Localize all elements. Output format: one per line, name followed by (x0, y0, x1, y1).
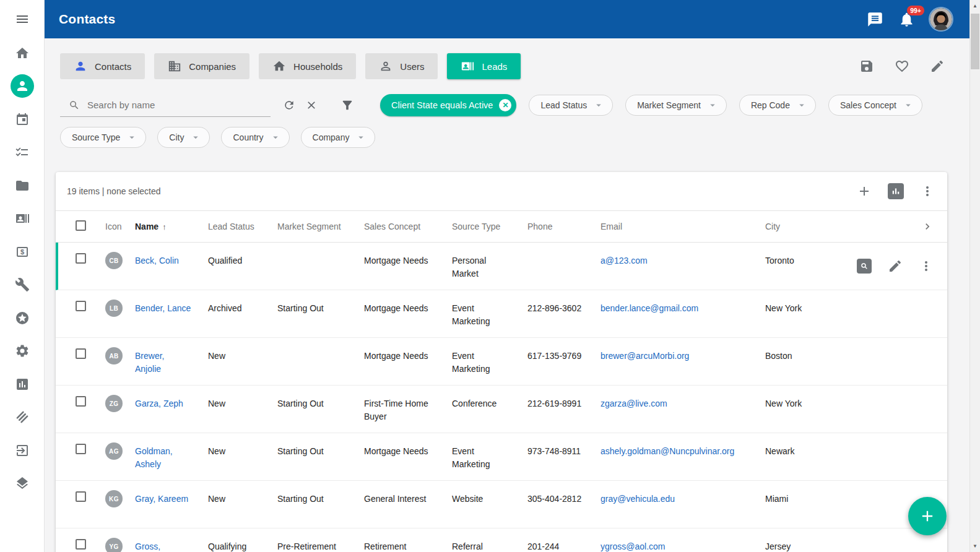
chart-view-icon[interactable] (888, 183, 904, 199)
column-header-icon[interactable]: Icon (100, 222, 135, 231)
column-header-email[interactable]: Email (601, 222, 765, 231)
contact-name-link[interactable]: Bender, Lance (135, 303, 191, 313)
preview-icon[interactable] (857, 259, 872, 274)
row-checkbox[interactable] (76, 539, 86, 550)
refresh-icon[interactable] (283, 99, 295, 111)
notifications-bell-icon[interactable]: 99+ (898, 11, 915, 28)
scroll-down-arrow-icon[interactable]: ▼ (970, 541, 980, 551)
add-contact-fab[interactable] (908, 497, 947, 535)
city-cell: Miami (765, 481, 841, 528)
contact-name-link[interactable]: Goldman, Ashely (135, 446, 173, 469)
email-link[interactable]: zgarza@live.com (601, 399, 667, 408)
row-checkbox[interactable] (76, 396, 86, 407)
sidebar-item-calendar[interactable] (7, 103, 37, 136)
filter-chips-row2: Source Type City Country Company (60, 127, 375, 148)
row-checkbox[interactable] (76, 444, 86, 454)
filter-chip-sales-concept[interactable]: Sales Concept (828, 95, 922, 116)
vertical-scrollbar[interactable]: ▲ ▼ (969, 0, 980, 552)
sidebar-item-favorites[interactable] (7, 301, 37, 335)
menu-icon[interactable] (15, 12, 30, 27)
sidebar-item-tasks[interactable] (7, 136, 37, 170)
lead-status-cell: New (208, 338, 277, 385)
sidebar-item-tools[interactable] (7, 269, 37, 302)
column-header-market-segment[interactable]: Market Segment (277, 222, 364, 231)
table-row[interactable]: KG Gray, Kareem New Starting Out General… (56, 481, 947, 528)
lead-status-cell: Qualified (208, 243, 277, 290)
market-segment-cell: Starting Out (277, 433, 364, 480)
contact-name-link[interactable]: Beck, Colin (135, 256, 179, 265)
select-all-checkbox[interactable] (76, 220, 86, 231)
filter-chip-city[interactable]: City (157, 127, 210, 148)
table-row[interactable]: AB Brewer, Anjolie New Mortgage Needs Ev… (56, 338, 947, 386)
row-checkbox[interactable] (76, 491, 86, 502)
filter-chip-source-type[interactable]: Source Type (60, 127, 146, 148)
more-options-icon[interactable] (920, 184, 935, 199)
row-checkbox[interactable] (76, 348, 86, 359)
filter-chip-company[interactable]: Company (301, 127, 376, 148)
sidebar-item-reports[interactable] (7, 368, 37, 401)
sidebar-item-layers[interactable] (7, 467, 37, 501)
sidebar-item-billing[interactable]: $ (7, 235, 37, 269)
tab-users[interactable]: Users (365, 53, 438, 79)
row-checkbox[interactable] (76, 301, 86, 311)
tab-households[interactable]: Households (259, 53, 356, 79)
sidebar-item-partners[interactable] (7, 401, 37, 434)
column-header-source-type[interactable]: Source Type (452, 222, 527, 231)
column-header-phone[interactable]: Phone (527, 222, 601, 231)
table-row[interactable]: CB Beck, Colin Qualified Mortgage Needs … (56, 243, 947, 290)
sidebar-item-sign-out[interactable] (7, 434, 37, 467)
tab-contacts[interactable]: Contacts (60, 53, 145, 79)
email-link[interactable]: ashely.goldman@Nuncpulvinar.org (601, 446, 734, 456)
column-header-lead-status[interactable]: Lead Status (208, 222, 277, 231)
edit-icon[interactable] (888, 259, 903, 274)
column-header-sales-concept[interactable]: Sales Concept (364, 222, 452, 231)
sidebar-item-documents[interactable] (7, 169, 37, 202)
clear-search-icon[interactable] (305, 99, 318, 111)
contact-name-link[interactable]: Garza, Zeph (135, 399, 183, 408)
email-link[interactable]: a@123.com (601, 256, 648, 265)
filter-chip-rep-code[interactable]: Rep Code (739, 95, 816, 116)
row-more-icon[interactable] (919, 259, 934, 274)
filter-chip-market-segment[interactable]: Market Segment (625, 95, 727, 116)
tab-companies[interactable]: Companies (154, 53, 249, 79)
results-card: 19 items | none selected Icon Name↑ Lead… (56, 172, 947, 552)
table-row[interactable]: ZG Garza, Zeph New Starting Out First-Ti… (56, 386, 947, 433)
contact-name-link[interactable]: Gray, Kareem (135, 494, 188, 504)
expand-columns-button[interactable] (921, 220, 947, 233)
remove-filter-icon[interactable]: ✕ (499, 99, 511, 111)
row-checkbox[interactable] (76, 253, 86, 264)
column-header-name[interactable]: Name↑ (135, 222, 208, 231)
favorite-icon[interactable] (895, 59, 909, 76)
add-icon[interactable] (857, 184, 872, 199)
scroll-up-arrow-icon[interactable]: ▲ (970, 1, 980, 11)
row-actions (841, 290, 947, 337)
caret-down-icon (903, 100, 914, 111)
search-input[interactable] (86, 99, 266, 111)
billing-icon: $ (15, 244, 30, 259)
email-link[interactable]: gray@vehicula.edu (601, 494, 675, 504)
table-row[interactable]: LB Bender, Lance Archived Starting Out M… (56, 290, 947, 338)
tab-leads[interactable]: Leads (447, 53, 521, 79)
sidebar-item-home[interactable] (7, 37, 37, 70)
email-link[interactable]: brewer@arcuMorbi.org (601, 351, 689, 361)
email-link[interactable]: ygross@aol.com (601, 541, 665, 551)
table-row[interactable]: YG Gross, Qualifying Pre-Retirement Reti… (56, 528, 947, 552)
filter-chip-country[interactable]: Country (221, 127, 289, 148)
column-header-city[interactable]: City (765, 222, 841, 231)
contact-name-link[interactable]: Brewer, Anjolie (135, 351, 164, 374)
contact-name-link[interactable]: Gross, (135, 541, 160, 551)
user-avatar[interactable] (930, 8, 952, 30)
email-link[interactable]: bender.lance@gmail.com (601, 303, 698, 313)
filter-funnel-icon[interactable] (340, 98, 354, 112)
scrollbar-thumb[interactable] (971, 14, 979, 69)
save-icon[interactable] (859, 59, 874, 76)
edit-icon[interactable] (930, 59, 945, 76)
sidebar-item-contacts[interactable] (7, 70, 37, 103)
sidebar-item-settings[interactable] (7, 335, 37, 368)
table-row[interactable]: AG Goldman, Ashely New Starting Out Mort… (56, 433, 947, 481)
applied-filter-chip[interactable]: Client State equals Active ✕ (380, 94, 516, 116)
filter-chip-lead-status[interactable]: Lead Status (529, 95, 613, 116)
search-icon (69, 100, 80, 111)
sidebar-item-leads[interactable] (7, 202, 37, 236)
chat-icon[interactable] (867, 11, 883, 28)
